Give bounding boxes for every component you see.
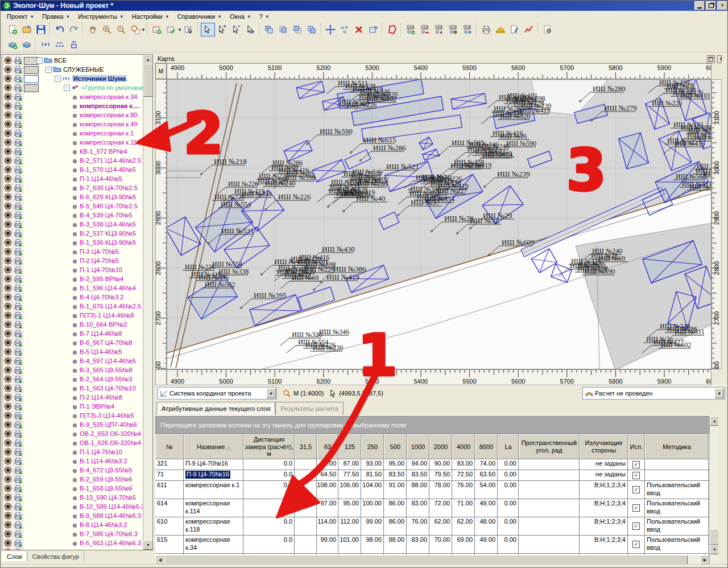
table-cell[interactable]: [295, 517, 317, 535]
printer-icon[interactable]: [14, 375, 22, 384]
printer-icon[interactable]: [14, 421, 22, 430]
table-cell[interactable]: В;Н;1;2;3;4: [580, 517, 628, 535]
visibility-eye-icon[interactable]: [4, 202, 12, 211]
table-cell[interactable]: 74.00: [475, 459, 498, 470]
table-cell[interactable]: Пользовательский ввод: [645, 517, 709, 535]
table-cell[interactable]: 0.0: [243, 499, 295, 517]
table-cell[interactable]: 78.00: [429, 481, 452, 499]
printer-icon[interactable]: [14, 448, 22, 457]
printer-icon[interactable]: [14, 129, 22, 138]
tree-item-source[interactable]: В-5_540 Ц4-70№2.5: [2, 201, 144, 211]
visibility-eye-icon[interactable]: [4, 257, 12, 266]
table-cell[interactable]: 0.00: [498, 536, 519, 553]
printer-icon[interactable]: [14, 411, 22, 421]
printer-icon[interactable]: [14, 402, 22, 411]
tree-item-source[interactable]: В-2_537 КЦ3-90№5: [2, 229, 144, 238]
printer-icon[interactable]: [14, 120, 22, 129]
printer-icon[interactable]: [14, 512, 22, 521]
visibility-eye-icon[interactable]: [4, 375, 12, 384]
printer-icon[interactable]: [14, 503, 22, 512]
table-cell[interactable]: 0.0: [243, 459, 295, 470]
table-cell[interactable]: 112.00: [338, 517, 361, 535]
table-cell[interactable]: 95.00: [384, 459, 407, 470]
table-cell[interactable]: ✓: [628, 459, 645, 470]
visibility-eye-icon[interactable]: [4, 275, 12, 284]
table-cell[interactable]: 104.00: [361, 481, 384, 499]
frame-add-icon[interactable]: [150, 23, 164, 36]
printer-icon[interactable]: [14, 211, 22, 220]
table-cell[interactable]: 48.00: [475, 517, 498, 535]
tree-item-source[interactable]: В-6_567 Ц4-70№8: [2, 338, 144, 347]
table-cell[interactable]: ✓: [628, 499, 645, 517]
calc-point-remove-icon[interactable]: [418, 23, 432, 36]
visibility-eye-icon[interactable]: [4, 466, 12, 475]
nodes-icon[interactable]: [338, 23, 352, 36]
table-cell[interactable]: 62.00: [452, 517, 475, 535]
visibility-eye-icon[interactable]: [4, 430, 12, 439]
visibility-eye-icon[interactable]: [4, 138, 12, 147]
collapse-icon[interactable]: –: [55, 76, 61, 82]
delete-icon[interactable]: [352, 23, 366, 36]
visibility-eye-icon[interactable]: [4, 266, 12, 275]
tree-node[interactable]: –Источники Шума: [2, 74, 144, 83]
table-cell[interactable]: 49.00: [475, 536, 498, 553]
menu-item-5[interactable]: Окна▼: [226, 12, 255, 21]
layer-color-swatch[interactable]: [24, 66, 39, 74]
source-point-icon[interactable]: [38, 38, 52, 51]
visibility-eye-icon[interactable]: [4, 457, 12, 466]
visibility-eye-icon[interactable]: [4, 475, 12, 484]
pan-hand-icon[interactable]: [85, 23, 100, 36]
printer-icon[interactable]: [14, 175, 22, 184]
tree-item-source[interactable]: компрессорная к.34: [2, 92, 144, 101]
table-cell[interactable]: [519, 470, 580, 480]
printer-icon[interactable]: [14, 147, 22, 157]
tree-item-source[interactable]: компрессорная к....: [2, 101, 144, 110]
printer-icon[interactable]: [14, 384, 22, 393]
visibility-eye-icon[interactable]: [4, 348, 12, 357]
redo-icon[interactable]: [67, 23, 81, 36]
layers-icon[interactable]: [19, 38, 34, 51]
table-cell[interactable]: ✓: [628, 481, 645, 499]
column-header-11[interactable]: 8000: [475, 434, 498, 459]
printer-icon[interactable]: [14, 93, 22, 102]
calc-point-move-icon[interactable]: [461, 23, 475, 36]
table-cell[interactable]: 83.50: [384, 470, 407, 480]
table-cell[interactable]: 76.00: [452, 481, 475, 499]
printer-icon[interactable]: [14, 539, 22, 548]
menu-item-2[interactable]: Инструменты▼: [74, 12, 128, 21]
tree-item-source[interactable]: В-2_595 ВР№4: [2, 274, 144, 283]
table-cell[interactable]: 321: [155, 459, 184, 470]
table-cell[interactable]: [295, 459, 317, 470]
calc-point-dot-icon[interactable]: [432, 23, 446, 36]
table-row[interactable]: 71П-9 Ц4-70№160.064.5077.5081.5083.5083.…: [155, 470, 718, 481]
table-cell[interactable]: 83.50: [407, 470, 429, 480]
scroll-up-icon[interactable]: ▲: [710, 416, 718, 426]
visibility-eye-icon[interactable]: [4, 84, 12, 93]
visibility-eye-icon[interactable]: [4, 56, 12, 65]
table-cell[interactable]: 610: [155, 517, 184, 535]
select-remove-icon[interactable]: [229, 23, 243, 36]
table-cell[interactable]: 97.00: [317, 499, 338, 517]
table-cell[interactable]: 0.0: [243, 517, 295, 535]
printer-icon[interactable]: [14, 248, 22, 257]
tab-attribute-data[interactable]: Атрибутивные данные текущего слоя: [156, 402, 275, 415]
tree-item-source[interactable]: компрессорная к.118: [2, 138, 144, 147]
printer-icon[interactable]: [14, 166, 22, 175]
column-header-4[interactable]: 63: [317, 434, 338, 459]
tree-item-source[interactable]: В-5_587 Ц4-70№5: [2, 548, 144, 550]
printer-icon[interactable]: [14, 430, 22, 439]
table-cell[interactable]: [519, 499, 580, 517]
visibility-eye-icon[interactable]: [4, 448, 12, 457]
printer-icon[interactable]: [14, 293, 22, 302]
table-cell[interactable]: Пользовательский ввод: [645, 499, 709, 517]
tree-item-source[interactable]: В-4_672 Ц9-55№5: [2, 466, 144, 475]
table-cell[interactable]: 0.00: [498, 517, 519, 535]
column-header-3[interactable]: 31,5: [295, 434, 317, 459]
table-cell[interactable]: 114.00: [317, 517, 338, 535]
table-cell[interactable]: В;Н;1;2;3;4: [580, 536, 628, 553]
tree-item-source[interactable]: ОВ-1_626 О6-320№4: [2, 438, 144, 447]
graph-icon[interactable]: [522, 23, 536, 36]
table-cell[interactable]: 72.00: [429, 499, 452, 517]
tree-node[interactable]: –СЛУЖЕБНЫЕ: [2, 65, 144, 74]
zoom-in-icon[interactable]: [100, 23, 114, 36]
